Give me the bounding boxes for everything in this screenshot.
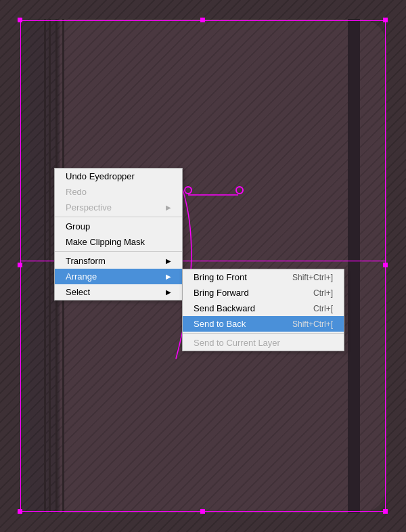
menu-item-group[interactable]: Group (55, 219, 182, 234)
menu-item-undo-eyedropper[interactable]: Undo Eyedropper (55, 169, 182, 184)
menu-label-select: Select (66, 287, 90, 297)
submenu-item-send-to-current-layer[interactable]: Send to Current Layer (183, 335, 344, 351)
submenu-item-send-backward[interactable]: Send Backward Ctrl+[ (183, 301, 344, 316)
shortcut-bring-to-front: Shift+Ctrl+] (292, 273, 333, 282)
handle-top-left (18, 18, 22, 22)
menu-label-transform: Transform (66, 256, 106, 266)
menu-item-select[interactable]: Select ▶ (55, 284, 182, 300)
context-menu: Undo Eyedropper Redo Perspective ▶ Group… (54, 168, 183, 301)
select-arrow: ▶ (166, 288, 171, 296)
menu-label-undo-eyedropper: Undo Eyedropper (66, 171, 135, 181)
submenu-arrange: Bring to Front Shift+Ctrl+] Bring Forwar… (182, 269, 344, 351)
submenu-label-send-to-back: Send to Back (194, 319, 246, 329)
transform-arrow: ▶ (166, 257, 171, 265)
shortcut-send-backward: Ctrl+[ (313, 304, 333, 313)
shortcut-send-to-back: Shift+Ctrl+[ (292, 319, 333, 329)
submenu-item-send-to-back[interactable]: Send to Back Shift+Ctrl+[ (183, 316, 344, 332)
menu-item-arrange[interactable]: Arrange ▶ (55, 269, 182, 284)
handle-mid-left (18, 263, 22, 267)
submenu-label-send-backward: Send Backward (194, 303, 255, 313)
menu-item-transform[interactable]: Transform ▶ (55, 253, 182, 269)
submenu-label-send-to-current-layer: Send to Current Layer (194, 338, 280, 348)
menu-label-group: Group (66, 221, 90, 231)
menu-label-perspective: Perspective (66, 202, 112, 213)
shortcut-bring-forward: Ctrl+] (313, 288, 333, 298)
menu-item-arrange-wrapper: Arrange ▶ Bring to Front Shift+Ctrl+] Br… (55, 269, 182, 284)
perspective-arrow: ▶ (166, 204, 171, 211)
submenu-item-bring-to-front[interactable]: Bring to Front Shift+Ctrl+] (183, 269, 344, 285)
handle-bot-left (18, 509, 22, 514)
handle-mid-right (383, 263, 388, 267)
menu-item-make-clipping-mask[interactable]: Make Clipping Mask (55, 234, 182, 250)
handle-top-right (383, 18, 388, 22)
spine-area (19, 19, 60, 513)
menu-item-perspective[interactable]: Perspective ▶ (55, 200, 182, 215)
handle-top-mid (200, 18, 205, 22)
arrange-arrow: ▶ (166, 273, 171, 280)
handle-bot-mid (200, 509, 205, 514)
menu-label-make-clipping-mask: Make Clipping Mask (66, 237, 145, 247)
curve-handle-2[interactable] (235, 186, 244, 194)
submenu-item-bring-forward[interactable]: Bring Forward Ctrl+] (183, 285, 344, 301)
submenu-label-bring-to-front: Bring to Front (194, 272, 247, 282)
menu-item-redo[interactable]: Redo (55, 184, 182, 200)
handle-bot-right (383, 509, 388, 514)
curve-handle-1[interactable] (184, 186, 192, 194)
spine-line-1 (44, 19, 46, 513)
elastic-band (348, 19, 360, 513)
menu-sep-1 (55, 217, 182, 217)
menu-label-arrange: Arrange (66, 271, 97, 282)
spine-line-2 (49, 19, 51, 513)
submenu-label-bring-forward: Bring Forward (194, 288, 249, 298)
submenu-sep-1 (183, 333, 344, 334)
menu-sep-2 (55, 251, 182, 252)
menu-label-redo: Redo (66, 187, 87, 197)
